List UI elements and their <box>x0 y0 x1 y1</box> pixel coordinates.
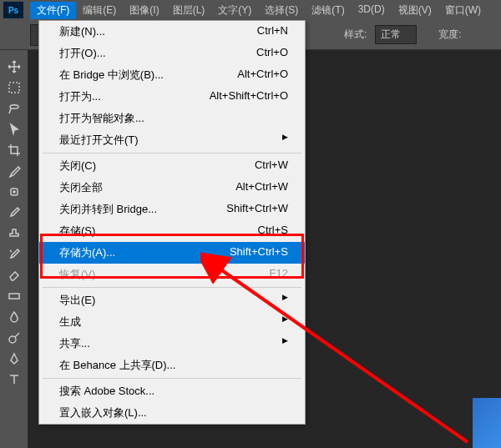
svg-rect-0 <box>9 83 19 93</box>
menu-item-label: 搜索 Adobe Stock... <box>59 384 154 399</box>
menu-item-shortcut: Shift+Ctrl+W <box>226 202 288 217</box>
menu-dropdown-item[interactable]: 关闭并转到 Bridge...Shift+Ctrl+W <box>39 199 305 220</box>
menu-dropdown-item[interactable]: 在 Behance 上共享(D)... <box>39 355 305 376</box>
menu-item-shortcut: Ctrl+S <box>258 224 288 239</box>
menu-item-label: 关闭(C) <box>59 159 96 174</box>
app-icon: Ps <box>3 2 23 18</box>
menu-item-label: 打开为智能对象... <box>59 111 144 126</box>
menu-dropdown-item[interactable]: 在 Bridge 中浏览(B)...Alt+Ctrl+O <box>39 64 305 86</box>
menu-dropdown-item[interactable]: 置入嵌入对象(L)... <box>39 402 305 424</box>
menu-item-label: 共享... <box>59 336 90 351</box>
quick-select-tool-icon[interactable] <box>3 119 25 139</box>
menu-item[interactable]: 编辑(E) <box>76 2 123 19</box>
menu-item-label: 存储(S) <box>59 224 95 239</box>
menu-separator <box>43 153 301 154</box>
menu-item[interactable]: 图像(I) <box>123 2 165 19</box>
blur-tool-icon[interactable] <box>3 307 25 327</box>
eyedropper-tool-icon[interactable] <box>3 161 25 181</box>
history-brush-tool-icon[interactable] <box>3 244 25 264</box>
menu-item-label: 导出(E) <box>59 293 95 308</box>
svg-point-3 <box>9 336 16 343</box>
menu-item[interactable]: 文字(Y) <box>211 2 258 19</box>
menu-item[interactable]: 图层(L) <box>166 2 212 19</box>
menu-item-label: 在 Bridge 中浏览(B)... <box>59 68 164 83</box>
menu-dropdown-item[interactable]: 打开(O)...Ctrl+O <box>39 43 305 64</box>
menu-dropdown-item[interactable]: 最近打开文件(T)▶ <box>39 129 305 151</box>
type-tool-icon[interactable] <box>3 370 25 390</box>
menu-item-shortcut: Alt+Ctrl+W <box>235 180 288 195</box>
menu-item-label: 恢复(V) <box>59 267 95 282</box>
menu-item-shortcut: Ctrl+W <box>255 159 288 174</box>
submenu-arrow-icon: ▶ <box>266 336 288 351</box>
menu-item-shortcut: Ctrl+N <box>257 24 288 39</box>
menu-dropdown-item[interactable]: 共享...▶ <box>39 333 305 355</box>
pen-tool-icon[interactable] <box>3 349 25 369</box>
menu-item-shortcut: Alt+Shift+Ctrl+O <box>210 89 288 104</box>
menu-item[interactable]: 视图(V) <box>392 2 438 19</box>
move-tool-icon[interactable] <box>3 57 25 77</box>
menu-item-label: 置入嵌入对象(L)... <box>59 405 147 420</box>
style-label: 样式: <box>344 28 367 42</box>
gradient-tool-icon[interactable] <box>3 286 25 306</box>
menu-separator <box>43 287 301 288</box>
menu-dropdown-item[interactable]: 关闭(C)Ctrl+W <box>39 155 305 177</box>
menu-item[interactable]: 3D(D) <box>352 2 392 19</box>
svg-rect-2 <box>9 294 19 299</box>
submenu-arrow-icon: ▶ <box>266 133 288 148</box>
menu-item-label: 关闭并转到 Bridge... <box>59 202 157 217</box>
lasso-tool-icon[interactable] <box>3 98 25 118</box>
menu-item[interactable]: 滤镜(T) <box>305 2 351 19</box>
menu-item-shortcut: F12 <box>270 267 288 282</box>
dodge-tool-icon[interactable] <box>3 328 25 348</box>
menu-dropdown-item[interactable]: 打开为智能对象... <box>39 108 305 129</box>
menu-dropdown-item: 恢复(V)F12 <box>39 264 305 285</box>
menu-item-shortcut: Alt+Ctrl+O <box>237 68 288 83</box>
menu-item[interactable]: 选择(S) <box>258 2 305 19</box>
menubar: Ps 文件(F)编辑(E)图像(I)图层(L)文字(Y)选择(S)滤镜(T)3D… <box>0 0 501 20</box>
menu-item-label: 最近打开文件(T) <box>59 133 139 148</box>
menu-dropdown-item[interactable]: 导出(E)▶ <box>39 289 305 311</box>
menu-item-label: 关闭全部 <box>59 180 103 195</box>
menu-dropdown-item[interactable]: 新建(N)...Ctrl+N <box>39 21 305 43</box>
width-label: 宽度: <box>438 28 461 42</box>
menu-separator <box>43 378 301 379</box>
thumbnail-preview <box>473 398 501 448</box>
menu-dropdown-item[interactable]: 存储(S)Ctrl+S <box>39 220 305 242</box>
crop-tool-icon[interactable] <box>3 140 25 160</box>
menu-item-label: 生成 <box>59 315 81 330</box>
submenu-arrow-icon: ▶ <box>266 293 288 308</box>
menu-item-label: 存储为(A)... <box>59 245 115 260</box>
menu-dropdown-item[interactable]: 存储为(A)...Shift+Ctrl+S <box>39 242 305 264</box>
menu-item-label: 新建(N)... <box>59 24 105 39</box>
menu-dropdown-item[interactable]: 打开为...Alt+Shift+Ctrl+O <box>39 86 305 108</box>
menu-dropdown-item[interactable]: 搜索 Adobe Stock... <box>39 380 305 402</box>
menu-dropdown-item[interactable]: 生成▶ <box>39 311 305 333</box>
eraser-tool-icon[interactable] <box>3 265 25 285</box>
menu-item-label: 打开(O)... <box>59 46 106 61</box>
stamp-tool-icon[interactable] <box>3 224 25 244</box>
menu-item-shortcut: Shift+Ctrl+S <box>230 245 288 260</box>
menu-item-shortcut: Ctrl+O <box>256 46 288 61</box>
menu-item[interactable]: 窗口(W) <box>438 2 488 19</box>
marquee-tool-icon[interactable] <box>3 78 25 98</box>
menu-item-label: 在 Behance 上共享(D)... <box>59 358 175 373</box>
healing-tool-icon[interactable] <box>3 182 25 202</box>
style-select[interactable]: 正常 <box>375 25 417 44</box>
submenu-arrow-icon: ▶ <box>266 315 288 330</box>
menu-dropdown-item[interactable]: 关闭全部Alt+Ctrl+W <box>39 177 305 199</box>
menu-item-label: 打开为... <box>59 89 101 104</box>
file-menu-dropdown: 新建(N)...Ctrl+N打开(O)...Ctrl+O在 Bridge 中浏览… <box>38 20 306 425</box>
toolbar <box>0 50 28 448</box>
brush-tool-icon[interactable] <box>3 203 25 223</box>
menu-item[interactable]: 文件(F) <box>30 2 76 19</box>
